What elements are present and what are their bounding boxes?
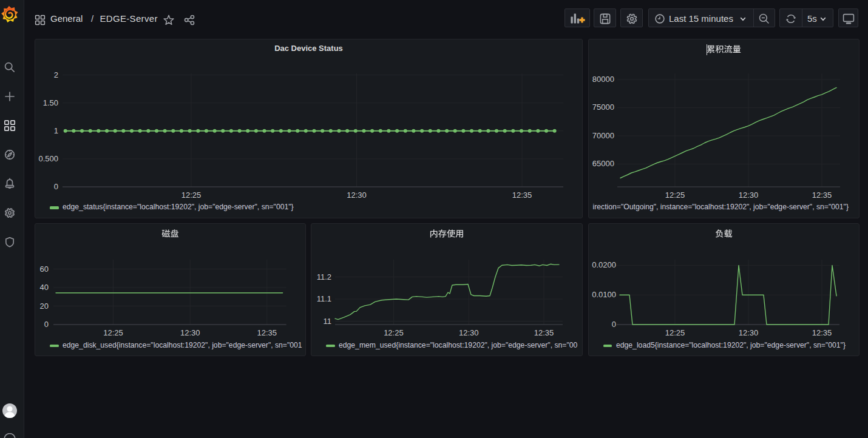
svg-text:0: 0 [612,320,616,329]
svg-text:11.2: 11.2 [317,272,331,281]
svg-text:11.1: 11.1 [317,294,331,303]
svg-text:80000: 80000 [592,75,614,84]
svg-text:12:25: 12:25 [665,328,685,337]
svg-text:12:25: 12:25 [103,328,123,337]
svg-text:12:30: 12:30 [459,328,479,337]
svg-text:12:30: 12:30 [739,328,759,337]
svg-text:75000: 75000 [592,103,614,112]
svg-text:12:30: 12:30 [180,328,200,337]
svg-text:12:30: 12:30 [347,190,367,200]
svg-text:12:35: 12:35 [812,190,832,200]
svg-text:12:25: 12:25 [665,190,685,200]
svg-text:1: 1 [54,126,58,135]
svg-text:12:30: 12:30 [739,190,759,200]
svg-text:12:35: 12:35 [534,328,554,337]
svg-text:0: 0 [44,320,49,329]
svg-text:65000: 65000 [592,159,614,168]
svg-text:40: 40 [40,283,49,292]
svg-text:12:35: 12:35 [257,328,277,337]
svg-text:12:35: 12:35 [812,328,832,337]
svg-text:0: 0 [54,182,58,191]
svg-text:11: 11 [324,317,332,326]
svg-text:70000: 70000 [592,131,614,140]
svg-text:12:25: 12:25 [181,190,202,200]
svg-text:12:25: 12:25 [384,328,404,337]
svg-text:20: 20 [40,302,49,311]
svg-text:0.0100: 0.0100 [592,290,616,299]
svg-text:0.0200: 0.0200 [592,260,616,269]
svg-text:0.500: 0.500 [38,154,58,163]
svg-text:1.50: 1.50 [43,98,58,107]
svg-text:2: 2 [54,70,58,79]
svg-text:12:35: 12:35 [512,190,532,200]
svg-text:60: 60 [40,264,49,274]
